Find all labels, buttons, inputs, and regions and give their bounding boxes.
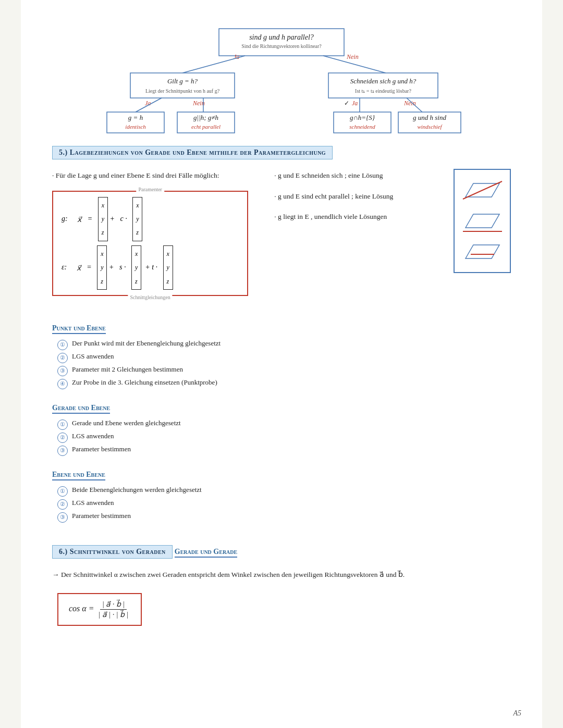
num-2c: ③ (57, 446, 68, 456)
svg-text:Schneiden sich g und h?: Schneiden sich g und h? (350, 77, 417, 85)
formula-box: cos α = | a⃗ · b⃗ | | a⃗ | · | b⃗ | (57, 593, 142, 626)
vec-x-g: x⃗ (73, 212, 85, 226)
punkt-ebene-item-1: ① Der Punkt wird mit der Ebenengleichung… (57, 339, 511, 350)
diagram-para3 (460, 239, 505, 265)
svg-marker-38 (466, 214, 499, 228)
svg-text:schneidend: schneidend (349, 124, 375, 130)
svg-text:g||h; g≠h: g||h; g≠h (193, 114, 218, 121)
svg-text:Nein: Nein (346, 53, 359, 60)
schnittwinkel-desc: → Der Schnittwinkel α zwischen zwei Gera… (52, 568, 511, 582)
svg-line-5 (182, 56, 245, 73)
page-number: A5 (513, 709, 521, 718)
svg-text:g = h: g = h (128, 114, 143, 121)
gerade-ebene-list: ① Gerade und Ebene werden gleichgesetzt … (52, 419, 511, 456)
svg-text:Ist t₁ = t₂ eindeutig lösbar?: Ist t₁ = t₂ eindeutig lösbar? (355, 88, 411, 94)
param-label-bottom: Schnittgleichungen (128, 294, 173, 300)
param-line-g: g: x⃗ = xyz + c · xyz (62, 197, 239, 241)
ebene-ebene-list: ① Beide Ebenengleichungen werden gleichg… (52, 486, 511, 523)
num-2b: ② (57, 433, 68, 443)
punkt-ebene-list: ① Der Punkt wird mit der Ebenengleichung… (52, 339, 511, 389)
section5-right-col: · g und E schneiden sich ; eine Lösung ·… (264, 169, 438, 304)
svg-text:Sind die Richtungsvektoren kol: Sind die Richtungsvektoren kollinear? (241, 43, 322, 49)
gerade-ebene-item-3: ③ Parameter bestimmen (57, 445, 511, 456)
param-label-top: Paramenter (136, 187, 164, 192)
svg-text:x⃗: x⃗ (77, 216, 82, 224)
case3-text: · g liegt in E , unendlich viele Lösunge… (274, 210, 438, 224)
punkt-ebene-item-2: ② LGS anwenden (57, 352, 511, 363)
flowchart-section: sind g und h parallel? Sind die Richtung… (52, 21, 511, 135)
svg-text:echt parallel: echt parallel (191, 124, 221, 130)
num-1a: ① (57, 340, 68, 350)
svg-text:Liegt der Schnittpunkt von h a: Liegt der Schnittpunkt von h auf g? (145, 88, 220, 94)
num-2a: ① (57, 419, 68, 430)
fraction: | a⃗ · b⃗ | | a⃗ | · | b⃗ | (96, 599, 131, 620)
svg-rect-0 (219, 29, 344, 56)
svg-text:Ja: Ja (352, 100, 358, 107)
param-line-e: ε: x⃗ = xyz + s · xyz (62, 245, 239, 290)
case2-text: · g und E sind echt parallel ; keine Lös… (274, 190, 438, 203)
num-1c: ③ (57, 366, 68, 376)
ebene-ebene-item-3: ③ Parameter bestimmen (57, 512, 511, 523)
diagram-box (454, 169, 511, 273)
punkt-ebene-item-3: ③ Parameter mit 2 Gleichungen bestimmen (57, 365, 511, 376)
num-1d: ④ (57, 379, 68, 389)
svg-text:Ja: Ja (234, 53, 239, 60)
cos-formula: cos α = | a⃗ · b⃗ | | a⃗ | · | b⃗ | (69, 604, 130, 613)
section6: 6.) Schnittwinkel von Geraden Gerade und… (52, 538, 511, 626)
svg-marker-40 (466, 245, 499, 258)
ebene-ebene-item-1: ① Beide Ebenengleichungen werden gleichg… (57, 486, 511, 497)
gerade-ebene-item-1: ① Gerade und Ebene werden gleichgesetzt (57, 419, 511, 430)
svg-line-37 (463, 181, 502, 199)
svg-text:✓: ✓ (344, 100, 349, 107)
section5-header: 5.) Lagebeziehungen von Gerade und Ebene… (52, 146, 333, 159)
diagram-para1 (460, 177, 505, 203)
case1-text: · g und E schneiden sich ; eine Lösung (274, 169, 438, 182)
diagram-para2 (460, 208, 505, 234)
section6-header: 6.) Schnittwinkel von Geraden (52, 545, 173, 559)
flowchart-svg: sind g und h parallel? Sind die Richtung… (68, 21, 495, 135)
section5: 5.) Lagebeziehungen von Gerade und Ebene… (52, 146, 511, 523)
num-3c: ③ (57, 512, 68, 523)
param-equation-box: Paramenter g: x⃗ = xyz + c · (52, 191, 248, 296)
fraction-denominator: | a⃗ | · | b⃗ | (96, 610, 131, 620)
section5-intro: · Für die Lage g und einer Ebene E sind … (52, 169, 248, 182)
subsection-punkt-ebene-title: Punkt und Ebene (52, 324, 106, 334)
svg-text:x⃗: x⃗ (77, 264, 82, 272)
punkt-ebene-item-4: ④ Zur Probe in die 3. Gleichung einsetze… (57, 378, 511, 389)
num-1b: ② (57, 353, 68, 363)
fraction-numerator: | a⃗ · b⃗ | (100, 599, 127, 610)
svg-text:windschief: windschief (417, 124, 443, 130)
svg-text:sind g und h parallel?: sind g und h parallel? (249, 33, 314, 41)
subsection-gerade-ebene-title: Gerade und Ebene (52, 404, 110, 414)
num-3b: ② (57, 499, 68, 510)
svg-text:Nein: Nein (192, 100, 205, 107)
num-3a: ① (57, 486, 68, 497)
vec-x-e: x⃗ (72, 260, 85, 275)
svg-text:Gilt g = h?: Gilt g = h? (167, 77, 198, 85)
subsection-gerade-gerade-title: Gerade und Gerade (175, 548, 237, 558)
svg-text:identisch: identisch (125, 124, 146, 130)
ebene-ebene-item-2: ② LGS anwenden (57, 499, 511, 510)
svg-text:g∩h={S}: g∩h={S} (350, 114, 375, 121)
svg-text:g und h sind: g und h sind (413, 114, 446, 121)
gerade-ebene-item-2: ② LGS anwenden (57, 432, 511, 443)
subsection-ebene-ebene-title: Ebene und Ebene (52, 471, 105, 480)
